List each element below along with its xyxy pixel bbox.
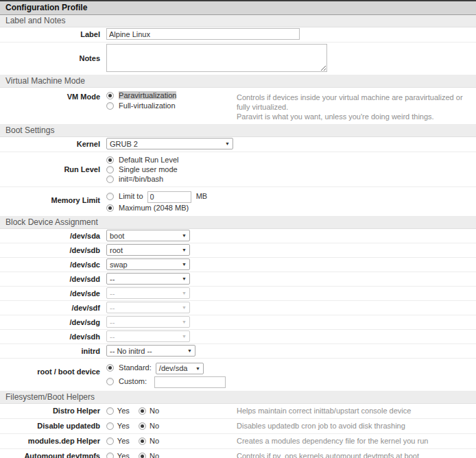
kernel-row: Kernel GRUB 2 ▼ [0, 137, 476, 152]
dropdown-arrow-icon: ▼ [182, 291, 187, 296]
section-boot-settings: Boot Settings [0, 125, 476, 137]
disable-updatedb-no-label[interactable]: No [150, 422, 159, 430]
device-row-sdh: /dev/sdh -- ▼ [0, 330, 476, 344]
page-title: Configuration Profile [0, 0, 476, 15]
device-sdd-value: -- [110, 275, 115, 283]
memory-limit-to-radio[interactable] [106, 193, 114, 200]
device-sdh-select[interactable]: -- ▼ [106, 330, 190, 342]
memory-limit-input[interactable] [147, 191, 191, 203]
dropdown-arrow-icon: ▼ [182, 320, 187, 324]
device-sdb-label: /dev/sdb [0, 243, 103, 257]
run-level-single-user-option[interactable]: Single user mode [119, 165, 178, 173]
device-sda-select[interactable]: boot ▼ [106, 230, 190, 241]
run-level-init-bash-option[interactable]: init=/bin/bash [119, 175, 163, 183]
memory-limit-to-option[interactable]: Limit to [119, 192, 143, 200]
distro-helper-no-label[interactable]: No [150, 407, 159, 415]
helper-row-distro: Distro Helper Yes No Helps maintain corr… [0, 404, 476, 419]
run-level-default-option[interactable]: Default Run Level [119, 156, 178, 164]
distro-helper-no-radio[interactable] [139, 407, 146, 415]
run-level-single-user-radio[interactable] [106, 166, 114, 173]
dropdown-arrow-icon: ▼ [225, 141, 230, 146]
distro-helper-yes-label[interactable]: Yes [117, 407, 130, 415]
run-level-label: Run Level [0, 155, 103, 174]
vm-mode-paravirtualization-radio[interactable] [106, 92, 114, 99]
memory-limit-label: Memory Limit [0, 190, 103, 205]
memory-limit-unit: MB [196, 192, 208, 200]
device-sdg-value: -- [110, 318, 115, 326]
disable-updatedb-no-radio[interactable] [139, 422, 146, 430]
root-device-standard-select[interactable]: /dev/sda ▼ [156, 363, 204, 374]
modules-dep-yes-label[interactable]: Yes [117, 437, 130, 445]
modules-dep-no-label[interactable]: No [150, 437, 159, 445]
label-input[interactable] [106, 28, 300, 40]
automount-devtmpfs-yes-radio[interactable] [106, 453, 114, 458]
device-row-sdg: /dev/sdg -- ▼ [0, 315, 476, 330]
distro-helper-help: Helps maintain correct inittab/upstart c… [237, 404, 476, 418]
root-boot-device-row: root / boot device Standard: /dev/sda ▼ … [0, 359, 476, 391]
distro-helper-yes-radio[interactable] [106, 407, 114, 415]
notes-row: Notes [0, 43, 476, 75]
distro-helper-label: Distro Helper [0, 404, 103, 418]
disable-updatedb-yes-radio[interactable] [106, 422, 114, 430]
automount-devtmpfs-yes-label[interactable]: Yes [117, 452, 130, 458]
vm-mode-full-virtualization-option[interactable]: Full-virtualization [119, 101, 176, 110]
root-device-custom-input[interactable] [154, 376, 226, 388]
automount-devtmpfs-no-radio[interactable] [139, 453, 146, 458]
helper-row-modules-dep: modules.dep Helper Yes No Creates a modu… [0, 434, 476, 449]
dropdown-arrow-icon: ▼ [187, 348, 192, 353]
root-device-standard-option[interactable]: Standard: [119, 363, 152, 372]
notes-textarea[interactable] [106, 44, 327, 72]
device-sdb-select[interactable]: root ▼ [106, 244, 190, 256]
device-row-sdc: /dev/sdc swap ▼ [0, 258, 476, 272]
initrd-select[interactable]: -- No initrd -- ▼ [106, 345, 195, 357]
dropdown-arrow-icon: ▼ [195, 362, 200, 375]
disable-updatedb-yes-label[interactable]: Yes [117, 422, 130, 430]
device-row-sdb: /dev/sdb root ▼ [0, 243, 476, 258]
vm-mode-row: VM Mode Paravirtualization Full-virtuali… [0, 88, 476, 125]
device-row-sdd: /dev/sdd -- ▼ [0, 272, 476, 287]
device-sde-label: /dev/sde [0, 287, 103, 300]
device-sde-select[interactable]: -- ▼ [106, 287, 190, 299]
section-label-and-notes: Label and Notes [0, 15, 476, 27]
device-sdd-select[interactable]: -- ▼ [106, 273, 190, 285]
helper-row-updatedb: Disable updatedb Yes No Disables updated… [0, 419, 476, 434]
vm-mode-paravirtualization-option[interactable]: Paravirtualization [119, 91, 176, 99]
section-filesystem-boot-helpers: Filesystem/Boot Helpers [0, 391, 476, 404]
modules-dep-yes-radio[interactable] [106, 437, 114, 445]
device-sdg-select[interactable]: -- ▼ [106, 316, 190, 328]
root-device-standard-radio[interactable] [106, 364, 114, 372]
device-row-sda: /dev/sda boot ▼ [0, 229, 476, 243]
section-virtual-machine-mode: Virtual Machine Mode [0, 75, 476, 88]
memory-limit-maximum-option[interactable]: Maximum (2048 MB) [119, 204, 189, 212]
root-device-custom-radio[interactable] [106, 378, 114, 385]
run-level-init-bash-radio[interactable] [106, 176, 114, 183]
notes-field-label: Notes [0, 44, 103, 65]
device-sdf-select[interactable]: -- ▼ [106, 302, 190, 313]
device-sdd-label: /dev/sdd [0, 272, 103, 286]
vm-mode-label: VM Mode [0, 91, 103, 104]
kernel-label: Kernel [0, 138, 103, 151]
device-row-initrd: initrd -- No initrd -- ▼ [0, 344, 476, 359]
root-device-custom-option[interactable]: Custom: [119, 377, 147, 385]
device-sde-value: -- [110, 289, 115, 298]
memory-limit-maximum-radio[interactable] [106, 204, 114, 212]
memory-limit-row: Memory Limit Limit to MB Maximum (2048 M… [0, 187, 476, 217]
automount-devtmpfs-no-label[interactable]: No [150, 452, 159, 458]
automount-devtmpfs-help: Controls if pv_ops kernels automount dev… [237, 449, 476, 458]
configuration-profile-page: Configuration Profile Label and Notes La… [0, 0, 476, 458]
disable-updatedb-label: Disable updatedb [0, 419, 103, 433]
dropdown-arrow-icon: ▼ [182, 248, 187, 252]
device-sdb-value: root [110, 246, 123, 254]
dropdown-arrow-icon: ▼ [182, 262, 187, 267]
modules-dep-no-radio[interactable] [139, 437, 146, 445]
disable-updatedb-help: Disables updatedb cron job to avoid disk… [237, 419, 476, 433]
run-level-default-radio[interactable] [106, 156, 114, 164]
device-sdc-select[interactable]: swap ▼ [106, 258, 190, 270]
vm-mode-full-virtualization-radio[interactable] [106, 102, 114, 110]
kernel-select[interactable]: GRUB 2 ▼ [106, 138, 233, 149]
initrd-value: -- No initrd -- [110, 347, 152, 355]
modules-dep-helper-label: modules.dep Helper [0, 434, 103, 448]
device-sdf-value: -- [110, 304, 115, 312]
device-row-sde: /dev/sde -- ▼ [0, 287, 476, 301]
device-sdh-label: /dev/sdh [0, 330, 103, 344]
